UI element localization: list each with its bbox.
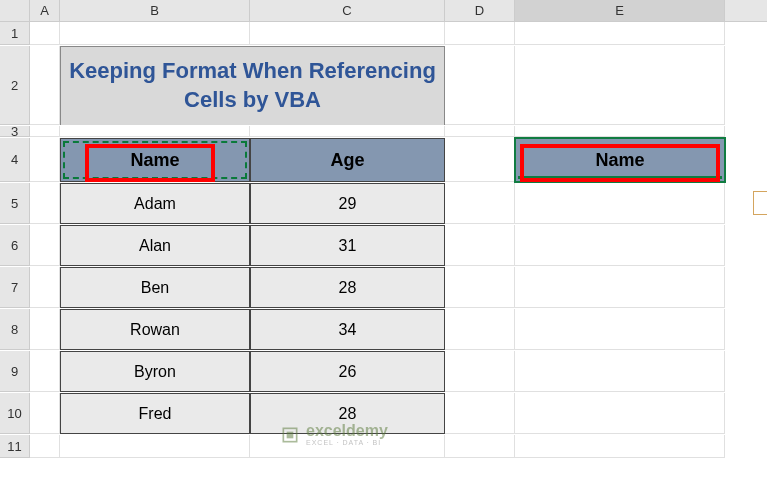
cell-e3[interactable] [515, 126, 725, 137]
row-header-8[interactable]: 8 [0, 309, 30, 350]
cell-a7[interactable] [30, 267, 60, 308]
col-header-c[interactable]: C [250, 0, 445, 21]
cell-a9[interactable] [30, 351, 60, 392]
cell-b7[interactable]: Ben [60, 267, 250, 308]
cell-a5[interactable] [30, 183, 60, 224]
active-cell-underline [518, 176, 722, 179]
cell-e8[interactable] [515, 309, 725, 350]
pasted-cell-e4[interactable]: Name [515, 138, 725, 182]
cell-e2[interactable] [515, 46, 725, 125]
cell-c6[interactable]: 31 [250, 225, 445, 266]
cell-b5[interactable]: Adam [60, 183, 250, 224]
cell-a11[interactable] [30, 435, 60, 458]
cell-a10[interactable] [30, 393, 60, 434]
select-all-corner[interactable] [0, 0, 30, 21]
title-cell[interactable]: Keeping Format When Referencing Cells by… [60, 46, 445, 125]
cell-d1[interactable] [445, 22, 515, 45]
row-header-9[interactable]: 9 [0, 351, 30, 392]
watermark: exceldemy EXCEL · DATA · BI [280, 423, 388, 446]
cell-a1[interactable] [30, 22, 60, 45]
cell-d3[interactable] [445, 126, 515, 137]
cell-e9[interactable] [515, 351, 725, 392]
cell-a3[interactable] [30, 126, 60, 137]
row-header-7[interactable]: 7 [0, 267, 30, 308]
cell-b9[interactable]: Byron [60, 351, 250, 392]
cell-e10[interactable] [515, 393, 725, 434]
cell-b6[interactable]: Alan [60, 225, 250, 266]
cell-c1[interactable] [250, 22, 445, 45]
row-header-2[interactable]: 2 [0, 46, 30, 125]
cell-c8[interactable]: 34 [250, 309, 445, 350]
cell-c3[interactable] [250, 126, 445, 137]
cell-b1[interactable] [60, 22, 250, 45]
watermark-brand: exceldemy [306, 423, 388, 439]
row-header-1[interactable]: 1 [0, 22, 30, 45]
pasted-cell-text: Name [595, 150, 644, 171]
row-header-5[interactable]: 5 [0, 183, 30, 224]
cell-c5[interactable]: 29 [250, 183, 445, 224]
cell-e11[interactable] [515, 435, 725, 458]
cell-b8[interactable]: Rowan [60, 309, 250, 350]
cell-d5[interactable] [445, 183, 515, 224]
spreadsheet-grid[interactable]: A B C D E 1 2 Keeping Format When Refere… [0, 0, 767, 501]
row-header-11[interactable]: 11 [0, 435, 30, 458]
header-age-cell[interactable]: Age [250, 138, 445, 182]
paste-options-button[interactable] [753, 191, 767, 215]
cell-c9[interactable]: 26 [250, 351, 445, 392]
cell-a6[interactable] [30, 225, 60, 266]
cell-e5[interactable] [515, 183, 725, 224]
cell-d7[interactable] [445, 267, 515, 308]
header-name-text: Name [130, 150, 179, 171]
watermark-tag: EXCEL · DATA · BI [306, 439, 388, 446]
watermark-icon [280, 425, 300, 445]
col-header-a[interactable]: A [30, 0, 60, 21]
header-age-text: Age [330, 150, 364, 171]
col-header-b[interactable]: B [60, 0, 250, 21]
cell-b10[interactable]: Fred [60, 393, 250, 434]
header-name-cell[interactable]: Name [60, 138, 250, 182]
cell-e7[interactable] [515, 267, 725, 308]
col-header-d[interactable]: D [445, 0, 515, 21]
cell-e6[interactable] [515, 225, 725, 266]
cell-d9[interactable] [445, 351, 515, 392]
row-header-10[interactable]: 10 [0, 393, 30, 434]
cell-d11[interactable] [445, 435, 515, 458]
cell-d4[interactable] [445, 138, 515, 182]
cell-a4[interactable] [30, 138, 60, 182]
svg-rect-1 [287, 431, 294, 438]
cell-d8[interactable] [445, 309, 515, 350]
cell-d6[interactable] [445, 225, 515, 266]
column-headers: A B C D E [0, 0, 767, 22]
cell-b3[interactable] [60, 126, 250, 137]
cell-a8[interactable] [30, 309, 60, 350]
cell-d2[interactable] [445, 46, 515, 125]
cell-d10[interactable] [445, 393, 515, 434]
row-header-6[interactable]: 6 [0, 225, 30, 266]
row-header-4[interactable]: 4 [0, 138, 30, 182]
cell-b11[interactable] [60, 435, 250, 458]
row-header-3[interactable]: 3 [0, 126, 30, 137]
col-header-e[interactable]: E [515, 0, 725, 21]
cell-e1[interactable] [515, 22, 725, 45]
cell-a2[interactable] [30, 46, 60, 125]
cell-c7[interactable]: 28 [250, 267, 445, 308]
